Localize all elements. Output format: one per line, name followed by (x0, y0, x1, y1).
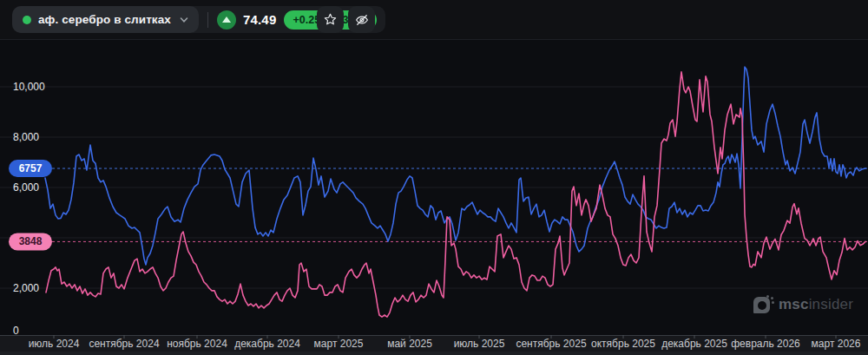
hide-chart-button[interactable] (348, 6, 375, 33)
symbol-selector[interactable]: аф. серебро в слитках (12, 6, 199, 33)
x-axis-label: июль 2024 (29, 338, 80, 350)
symbol-title: аф. серебро в слитках (38, 13, 171, 26)
x-axis-label: сентябрь 2025 (516, 338, 586, 350)
star-icon (323, 12, 338, 27)
last-price: 74.49 (243, 12, 277, 27)
y-axis-label: 8,000 (13, 131, 39, 143)
x-axis-label: декабрь 2025 (661, 338, 727, 350)
price-marker-label: 6757 (19, 162, 43, 174)
mscinsider-logo-icon (753, 295, 773, 314)
favorite-button[interactable] (317, 6, 344, 33)
x-axis-label: май 2025 (387, 338, 432, 350)
price-marker-label: 3848 (19, 235, 43, 247)
y-axis-label: 10,000 (13, 81, 45, 93)
series-line-blue (45, 67, 865, 265)
x-axis-label: ноябрь 2024 (167, 338, 227, 350)
bottom-scroll-track[interactable] (0, 352, 868, 355)
eye-off-icon (354, 12, 370, 28)
x-axis-label: октябрь 2025 (591, 338, 655, 350)
x-axis-label: сентябрь 2024 (89, 338, 159, 350)
y-axis-label: 6,000 (13, 181, 39, 194)
x-axis-label: декабрь 2024 (234, 338, 300, 350)
y-axis-label: 0 (13, 325, 19, 337)
watermark-text: mscinsider (779, 296, 853, 313)
chart-toolbar: аф. серебро в слитках 74.49 +0.25 (+0.34… (0, 0, 868, 40)
price-chart[interactable]: 02,0004,0006,0008,00010,00067573848июль … (0, 0, 868, 355)
x-axis-label: март 2025 (314, 338, 364, 350)
trend-up-icon (217, 10, 236, 30)
divider (207, 12, 208, 28)
x-axis-label: февраль 2026 (731, 338, 800, 350)
x-axis-label: март 2026 (812, 338, 861, 350)
y-axis-label: 2,000 (13, 282, 39, 294)
x-axis-label: июль 2025 (454, 338, 505, 350)
chevron-down-icon (180, 16, 188, 24)
watermark: mscinsider (753, 295, 853, 314)
instrument-status-dot (23, 16, 31, 24)
trading-chart-page: аф. серебро в слитках 74.49 +0.25 (+0.34… (0, 0, 868, 355)
